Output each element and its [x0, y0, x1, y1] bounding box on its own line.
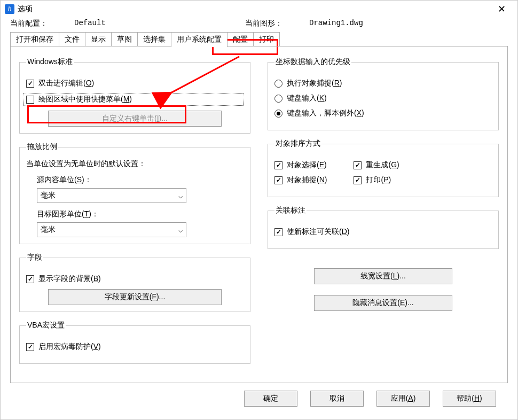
- group-fields: 字段 显示字段的背景(B) 字段更新设置(F)...: [19, 253, 250, 312]
- tab-user-prefs[interactable]: 用户系统配置: [171, 32, 227, 47]
- checkbox-label: 打印(P): [366, 175, 391, 185]
- app-icon: h: [5, 4, 14, 14]
- button-custom-right-click: 自定义右键单击(I)...: [48, 111, 222, 127]
- checkbox-label: 重生成(G): [366, 160, 399, 170]
- tab-strip: 打开和保存 文件 显示 草图 选择集 用户系统配置 配置 打印: [1, 32, 517, 46]
- group-windows-standard: Windows标准 双击进行编辑(O) 绘图区域中使用快捷菜单(M) 自定义右键…: [19, 57, 250, 134]
- dialog-button-bar: 确定 取消 应用(A) 帮助(H): [1, 383, 517, 407]
- scale-hint: 当单位设置为无单位时的默认设置：: [26, 159, 244, 169]
- checkbox-sort-regen[interactable]: 重生成(G): [354, 160, 399, 170]
- group-legend: 拖放比例: [26, 142, 58, 152]
- button-hidden-msg[interactable]: 隐藏消息设置(E)...: [314, 295, 453, 311]
- radio-icon: [274, 80, 282, 88]
- group-vba: VBA宏设置 启用宏病毒防护(V): [19, 321, 250, 364]
- checkbox-label: 双击进行编辑(O): [38, 79, 94, 88]
- tab-files[interactable]: 文件: [59, 32, 85, 46]
- group-sort-method: 对象排序方式 对象选择(E) 对象捕捉(N) 重生成(G): [268, 139, 499, 197]
- checkbox-label: 绘图区域中使用快捷菜单(M): [38, 95, 132, 104]
- chevron-down-icon: ⌵: [178, 225, 183, 234]
- tab-drafting[interactable]: 草图: [111, 32, 138, 46]
- radio-label: 执行对象捕捉(R): [287, 79, 342, 88]
- button-apply[interactable]: 应用(A): [376, 391, 430, 407]
- group-coord-priority: 坐标数据输入的优先级 执行对象捕捉(R) 键盘输入(K) 键盘输入，脚本例外(X…: [268, 57, 499, 130]
- radio-label: 键盘输入(K): [287, 94, 327, 103]
- checkbox-label: 使新标注可关联(D): [287, 227, 349, 237]
- group-legend: Windows标准: [26, 57, 74, 67]
- button-help[interactable]: 帮助(H): [443, 391, 496, 407]
- current-drawing-value: Drawing1.dwg: [309, 19, 363, 28]
- radio-kb-script-except[interactable]: 键盘输入，脚本例外(X): [274, 108, 492, 118]
- checkbox-sort-print[interactable]: 打印(P): [354, 175, 399, 185]
- button-lineweight[interactable]: 线宽设置(L)...: [314, 268, 453, 284]
- check-icon: [26, 80, 34, 88]
- combo-target-unit[interactable]: 毫米 ⌵: [37, 222, 186, 237]
- group-legend: 坐标数据输入的优先级: [274, 57, 351, 67]
- group-legend: 字段: [26, 253, 43, 262]
- current-profile-value: Default: [74, 19, 106, 28]
- group-assoc-dim: 关联标注 使新标注可关联(D): [268, 206, 499, 249]
- checkbox-label: 对象选择(E): [287, 160, 327, 170]
- check-icon: [274, 161, 282, 169]
- check-icon: [274, 228, 282, 236]
- tab-profiles[interactable]: 配置: [227, 32, 254, 46]
- checkbox-label: 显示字段的背景(B): [38, 274, 101, 284]
- check-icon: [354, 176, 362, 184]
- check-icon: [354, 161, 362, 169]
- current-drawing-label: 当前图形：: [245, 19, 282, 28]
- group-legend: 对象排序方式: [274, 139, 321, 149]
- left-column: Windows标准 双击进行编辑(O) 绘图区域中使用快捷菜单(M) 自定义右键…: [11, 52, 259, 383]
- tab-print[interactable]: 打印: [253, 32, 280, 46]
- radio-label: 键盘输入，脚本例外(X): [287, 108, 364, 118]
- checkbox-sort-snap[interactable]: 对象捕捉(N): [274, 175, 327, 185]
- combo-value: 毫米: [41, 225, 56, 235]
- button-cancel[interactable]: 取消: [310, 391, 364, 407]
- check-icon: [26, 96, 34, 104]
- checkbox-label: 启用宏病毒防护(V): [38, 342, 101, 352]
- window-title: 选项: [18, 4, 33, 14]
- radio-obj-snap[interactable]: 执行对象捕捉(R): [274, 79, 492, 88]
- button-field-update[interactable]: 字段更新设置(F)...: [48, 289, 222, 305]
- source-unit-label: 源内容单位(S)：: [37, 175, 244, 185]
- profile-row: 当前配置： Default 当前图形： Drawing1.dwg: [1, 18, 517, 32]
- group-legend: VBA宏设置: [26, 321, 66, 330]
- tab-open-save[interactable]: 打开和保存: [10, 32, 59, 46]
- group-insert-scale: 拖放比例 当单位设置为无单位时的默认设置： 源内容单位(S)： 毫米 ⌵ 目标图…: [19, 142, 250, 244]
- check-icon: [26, 275, 34, 283]
- check-icon: [274, 176, 282, 184]
- radio-icon: [274, 110, 282, 118]
- checkbox-sort-select[interactable]: 对象选择(E): [274, 160, 327, 170]
- button-ok[interactable]: 确定: [244, 391, 297, 407]
- right-column: 坐标数据输入的优先级 执行对象捕捉(R) 键盘输入(K) 键盘输入，脚本例外(X…: [259, 52, 507, 383]
- combo-source-unit[interactable]: 毫米 ⌵: [37, 188, 186, 203]
- checkbox-new-dim-assoc[interactable]: 使新标注可关联(D): [274, 227, 492, 237]
- checkbox-dblclick-edit[interactable]: 双击进行编辑(O): [26, 79, 244, 88]
- group-legend: 关联标注: [274, 206, 307, 215]
- tab-selection[interactable]: 选择集: [137, 32, 171, 46]
- combo-value: 毫米: [41, 191, 56, 200]
- close-button[interactable]: ✕: [490, 1, 513, 17]
- checkbox-field-bg[interactable]: 显示字段的背景(B): [26, 274, 244, 284]
- radio-kb-input[interactable]: 键盘输入(K): [274, 94, 492, 103]
- chevron-down-icon: ⌵: [178, 191, 183, 200]
- checkbox-shortcut-menu[interactable]: 绘图区域中使用快捷菜单(M): [24, 94, 244, 105]
- check-icon: [26, 343, 34, 351]
- radio-icon: [274, 95, 282, 103]
- target-unit-label: 目标图形单位(T)：: [37, 209, 244, 219]
- current-profile-label: 当前配置：: [10, 19, 48, 28]
- checkbox-label: 对象捕捉(N): [287, 175, 327, 185]
- title-bar: h 选项 ✕: [1, 1, 517, 18]
- tab-content: Windows标准 双击进行编辑(O) 绘图区域中使用快捷菜单(M) 自定义右键…: [10, 46, 508, 383]
- checkbox-macro-virus[interactable]: 启用宏病毒防护(V): [26, 342, 244, 352]
- tab-display[interactable]: 显示: [85, 32, 112, 46]
